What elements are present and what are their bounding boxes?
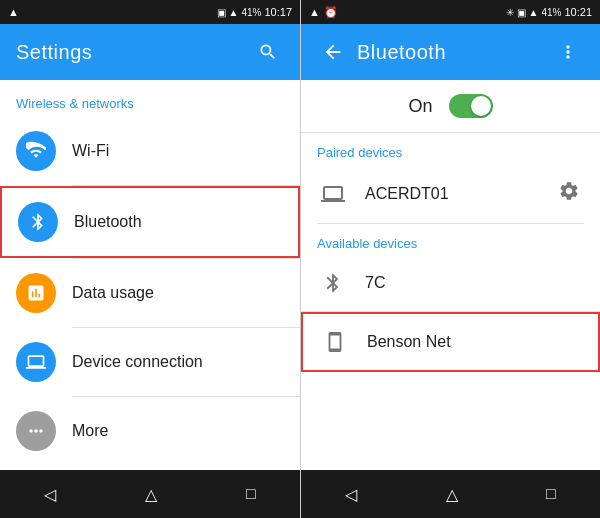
available-devices-header: Available devices — [301, 224, 600, 255]
7c-device-item[interactable]: 7C — [301, 255, 600, 311]
more-item[interactable]: More — [0, 397, 300, 465]
bluetooth-device-icon — [317, 267, 349, 299]
sim-icon-right: ▣ — [517, 7, 526, 18]
laptop-icon — [317, 178, 349, 210]
status-bar-left: ▲ ▣ ▲ 41% 10:17 — [0, 0, 300, 24]
wifi-icon-right: ▲ — [529, 7, 539, 18]
bt-on-label: On — [408, 96, 432, 117]
recents-button-left[interactable]: □ — [226, 477, 276, 511]
alarm-icon: ⏰ — [324, 6, 338, 19]
search-button[interactable] — [252, 36, 284, 68]
home-button-left[interactable]: △ — [125, 477, 177, 512]
right-panel: ▲ ⏰ ✳ ▣ ▲ 41% 10:21 Bluetooth On — [300, 0, 600, 518]
left-panel: ▲ ▣ ▲ 41% 10:17 Settings Wireless & netw… — [0, 0, 300, 518]
more-options-button[interactable] — [552, 36, 584, 68]
gear-icon[interactable] — [554, 176, 584, 211]
acerdt01-device-item[interactable]: ACERDT01 — [301, 164, 600, 223]
bt-toggle-row: On — [301, 80, 600, 133]
bluetooth-toolbar: Bluetooth — [301, 24, 600, 80]
back-button-toolbar[interactable] — [317, 36, 349, 68]
settings-title: Settings — [16, 41, 252, 64]
bluetooth-icon-circle — [18, 202, 58, 242]
battery-icon-right: 41% — [541, 7, 561, 18]
battery-icon: 41% — [241, 7, 261, 18]
bluetooth-content: On Paired devices ACERDT01 Available dev… — [301, 80, 600, 470]
device-connection-label: Device connection — [72, 353, 203, 371]
nav-bar-left: ◁ △ □ — [0, 470, 300, 518]
status-right-right-icons: ✳ ▣ ▲ 41% 10:21 — [506, 6, 592, 18]
data-usage-icon-circle — [16, 273, 56, 313]
triangle-icon: ▲ — [8, 6, 19, 18]
settings-toolbar: Settings — [0, 24, 300, 80]
device-connection-item[interactable]: Device connection — [0, 328, 300, 396]
bluetooth-label: Bluetooth — [74, 213, 142, 231]
settings-content: Wireless & networks Wi-Fi Bluetooth — [0, 80, 300, 470]
wifi-icon: ▲ — [229, 7, 239, 18]
bluetooth-item[interactable]: Bluetooth — [0, 186, 300, 258]
status-right-left-icons: ▲ ⏰ — [309, 6, 338, 19]
more-icon-circle — [16, 411, 56, 451]
triangle-icon-right: ▲ — [309, 6, 320, 18]
wifi-item[interactable]: Wi-Fi — [0, 117, 300, 185]
acerdt01-name: ACERDT01 — [365, 185, 554, 203]
back-button-right[interactable]: ◁ — [325, 477, 377, 512]
nav-bar-right: ◁ △ □ — [301, 470, 600, 518]
bt-status-icon: ✳ — [506, 7, 514, 18]
home-button-right[interactable]: △ — [426, 477, 478, 512]
bluetooth-title: Bluetooth — [357, 41, 552, 64]
recents-button-right[interactable]: □ — [526, 477, 576, 511]
device-connection-icon-circle — [16, 342, 56, 382]
wifi-label: Wi-Fi — [72, 142, 109, 160]
data-usage-item[interactable]: Data usage — [0, 259, 300, 327]
paired-devices-header: Paired devices — [301, 133, 600, 164]
status-left-icons: ▲ — [8, 6, 19, 18]
data-usage-label: Data usage — [72, 284, 154, 302]
status-right-icons: ▣ ▲ 41% 10:17 — [217, 6, 292, 18]
wireless-networks-header: Wireless & networks — [0, 80, 300, 117]
time-display-right: 10:21 — [564, 6, 592, 18]
wifi-icon-circle — [16, 131, 56, 171]
benson-net-name: Benson Net — [367, 333, 582, 351]
benson-net-device-item[interactable]: Benson Net — [301, 312, 600, 372]
phone-device-icon — [319, 326, 351, 358]
more-label: More — [72, 422, 108, 440]
time-display-left: 10:17 — [264, 6, 292, 18]
status-bar-right: ▲ ⏰ ✳ ▣ ▲ 41% 10:21 — [301, 0, 600, 24]
sim-icon: ▣ — [217, 7, 226, 18]
back-button-left[interactable]: ◁ — [24, 477, 76, 512]
bt-toggle-switch[interactable] — [449, 94, 493, 118]
7c-device-name: 7C — [365, 274, 584, 292]
